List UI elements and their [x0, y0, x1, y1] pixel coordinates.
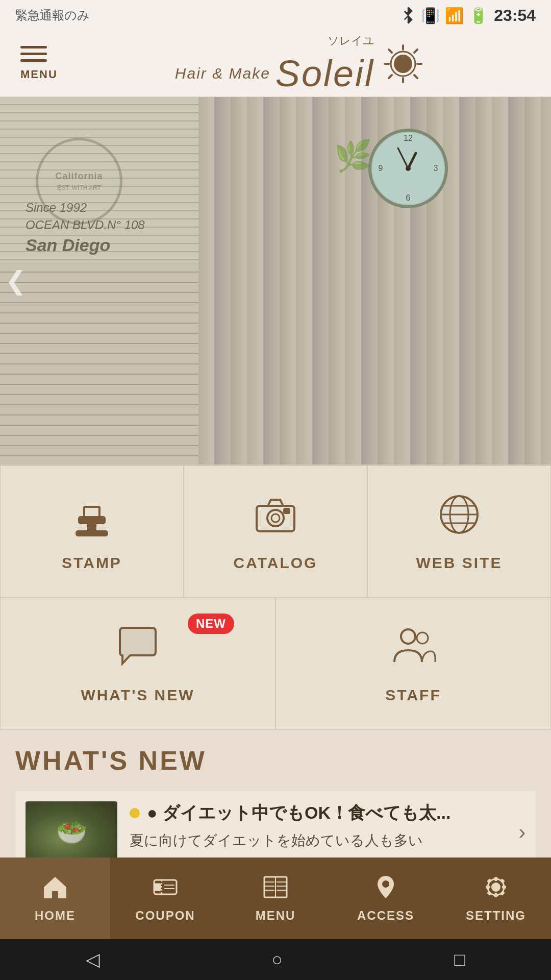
whats-new-title: WHAT'S NEW: [15, 745, 536, 776]
new-badge: NEW: [188, 614, 234, 634]
svg-point-36: [417, 632, 428, 644]
news-body-text: 夏に向けてダイエットを始めている人も多い: [130, 830, 507, 851]
gear-icon: [483, 874, 509, 904]
svg-rect-54: [494, 877, 497, 881]
time-display: 23:54: [494, 6, 536, 25]
website-button[interactable]: WEB SITE: [367, 465, 551, 598]
nav-setting-button[interactable]: SETTING: [441, 857, 551, 939]
sys-recent-button[interactable]: □: [454, 949, 465, 970]
stamp-ocean: OCEAN BLVD.N° 108: [26, 216, 145, 234]
svg-text:3: 3: [434, 164, 438, 173]
stamp-california: California: [55, 171, 103, 182]
catalog-button[interactable]: CATALOG: [184, 465, 367, 598]
nav-setting-label: SETTING: [466, 909, 526, 923]
svg-rect-41: [155, 884, 160, 890]
shutter-slats-lower: [0, 262, 209, 464]
news-title-text: ● ダイエット中でもOK！食べても太...: [130, 801, 507, 825]
staff-label: STAFF: [385, 687, 441, 704]
bluetooth-icon: [400, 6, 416, 24]
header: MENU ソレイユ Hair & Make Soleil: [0, 31, 551, 97]
pin-icon: [372, 874, 399, 904]
logo-ruby: ソレイユ: [328, 33, 374, 48]
news-content: ● ダイエット中でもOK！食べても太... 夏に向けてダイエットを始めている人も…: [130, 801, 507, 851]
battery-icon: 🔋: [469, 7, 488, 24]
clock-decor: 12 3 6 9: [367, 128, 449, 209]
svg-point-50: [382, 880, 389, 888]
news-arrow-icon: ›: [519, 821, 525, 844]
stamp-label: STAMP: [62, 554, 122, 572]
nav-menu-label: MENU: [256, 909, 296, 923]
news-thumb-inner: 🥗: [26, 801, 117, 863]
svg-text:6: 6: [406, 193, 411, 202]
svg-rect-55: [494, 893, 497, 897]
home-icon: [42, 874, 68, 904]
botanical-print: 🌿: [334, 138, 372, 174]
menu-button[interactable]: MENU: [15, 41, 63, 86]
svg-rect-57: [502, 886, 506, 889]
stamp-text-area: Since 1992 OCEAN BLVD.N° 108 San Diego: [26, 199, 145, 258]
vibrate-icon: 📳: [421, 7, 440, 24]
whatsnew-button[interactable]: NEW WHAT'S NEW: [0, 598, 276, 730]
catalog-label: CATALOG: [234, 554, 318, 572]
bottom-nav: HOME COUPON: [0, 857, 551, 939]
hero-image: California EST. WITH ART Since 1992 OCEA…: [0, 97, 551, 464]
sys-home-button[interactable]: ○: [271, 949, 283, 970]
status-left-text: 緊急通報のみ: [15, 7, 90, 23]
system-nav: ◁ ○ □: [0, 939, 551, 980]
svg-line-11: [414, 50, 417, 53]
svg-rect-56: [486, 886, 490, 889]
stamp-sub: EST. WITH ART: [57, 184, 101, 191]
coupon-icon: [152, 874, 179, 904]
svg-line-10: [414, 75, 417, 78]
svg-point-21: [406, 166, 411, 171]
logo-area: ソレイユ Hair & Make Soleil: [63, 33, 536, 94]
grid-menu-row2: NEW WHAT'S NEW STAFF: [0, 598, 551, 730]
camera-icon: [253, 492, 298, 544]
nav-home-label: HOME: [35, 909, 76, 923]
menu-line-3: [20, 59, 47, 62]
chat-icon: [115, 624, 161, 676]
svg-point-3: [394, 55, 412, 73]
sun-icon: [383, 43, 423, 84]
menu-line-1: [20, 46, 47, 48]
status-bar: 緊急通報のみ 📳 📶 🔋 23:54: [0, 0, 551, 31]
stamp-san: San Diego: [26, 233, 145, 258]
news-thumbnail: 🥗: [26, 801, 117, 863]
status-right: 📳 📶 🔋 23:54: [400, 6, 536, 25]
nav-coupon-button[interactable]: COUPON: [110, 857, 220, 939]
globe-icon: [436, 492, 482, 544]
menu-line-2: [20, 53, 47, 55]
news-dot: [130, 808, 140, 818]
sys-back-button[interactable]: ◁: [86, 949, 100, 970]
grid-menu-row1: STAMP CATALOG WEB SITE: [0, 464, 551, 598]
website-label: WEB SITE: [416, 554, 502, 572]
status-icons: 📳 📶 🔋: [400, 6, 488, 24]
menu-label: MENU: [20, 68, 58, 81]
stamp-icon: [69, 492, 115, 544]
svg-point-28: [271, 514, 280, 522]
nav-coupon-label: COUPON: [135, 909, 195, 923]
svg-point-27: [267, 510, 284, 526]
carousel-prev-button[interactable]: ❮: [5, 266, 27, 296]
logo-subtext: Hair & Make: [175, 65, 270, 82]
svg-rect-24: [88, 523, 95, 531]
logo-name: Soleil: [276, 53, 374, 94]
svg-text:9: 9: [379, 164, 383, 173]
svg-rect-25: [77, 531, 107, 535]
whatsnew-label: WHAT'S NEW: [81, 687, 194, 704]
svg-line-12: [389, 75, 392, 78]
svg-line-9: [389, 50, 392, 53]
nav-access-label: ACCESS: [357, 909, 414, 923]
svg-point-35: [401, 629, 415, 644]
stamp-since: Since 1992: [26, 199, 145, 216]
nav-access-button[interactable]: ACCESS: [331, 857, 441, 939]
book-icon: [262, 874, 289, 904]
nav-home-button[interactable]: HOME: [0, 857, 110, 939]
people-icon: [390, 624, 436, 676]
stamp-button[interactable]: STAMP: [0, 465, 184, 598]
svg-text:12: 12: [404, 134, 413, 142]
wifi-icon: 📶: [445, 7, 464, 24]
svg-rect-29: [284, 509, 289, 513]
staff-button[interactable]: STAFF: [276, 598, 551, 730]
nav-menu-button[interactable]: MENU: [220, 857, 331, 939]
